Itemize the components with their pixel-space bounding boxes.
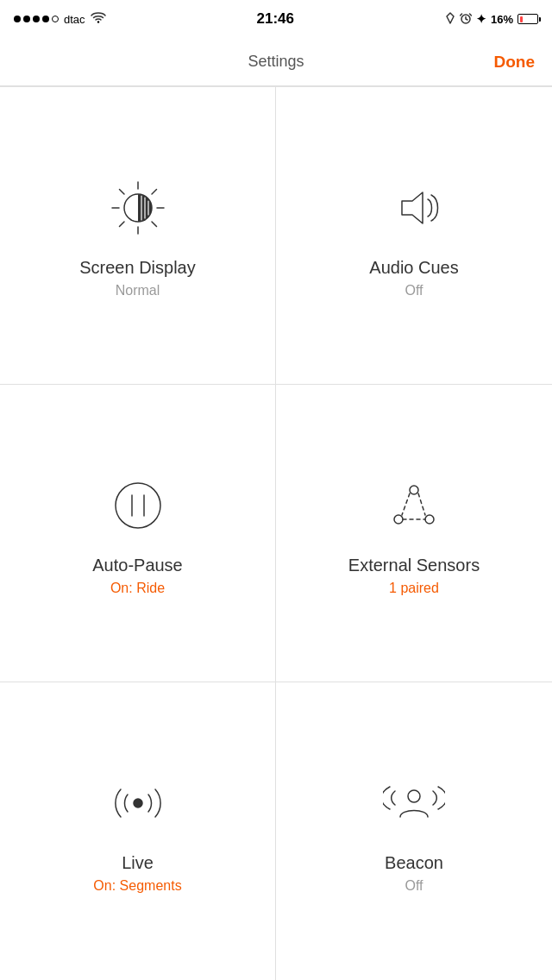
svg-point-24 (134, 799, 142, 807)
auto-pause-value: On: Ride (110, 581, 165, 596)
beacon-cell[interactable]: Beacon Off (276, 682, 552, 980)
beacon-icon (380, 769, 448, 838)
svg-marker-14 (402, 192, 423, 223)
settings-grid: Screen Display Normal Audio Cues Off Aut… (0, 86, 552, 980)
location-icon (445, 12, 455, 27)
svg-point-20 (425, 515, 434, 524)
external-sensors-icon (380, 471, 448, 540)
svg-line-9 (119, 222, 124, 227)
auto-pause-icon (104, 471, 172, 540)
svg-line-7 (152, 222, 157, 227)
svg-point-15 (116, 483, 160, 528)
external-sensors-label: External Sensors (348, 556, 480, 575)
svg-point-19 (394, 515, 403, 524)
bluetooth-icon: ✦ (476, 12, 486, 26)
screen-display-value: Normal (116, 283, 160, 298)
live-cell[interactable]: Live On: Segments (0, 682, 276, 980)
status-bar: dtac 21:46 ✦ 16% (0, 0, 552, 38)
screen-display-cell[interactable]: Screen Display Normal (0, 87, 276, 385)
audio-cues-cell[interactable]: Audio Cues Off (276, 87, 552, 385)
live-label: Live (122, 853, 154, 873)
svg-point-18 (410, 486, 418, 494)
nav-bar: Settings Done (0, 38, 552, 86)
live-value: On: Segments (93, 878, 181, 894)
beacon-value: Off (405, 878, 423, 894)
audio-cues-label: Audio Cues (369, 258, 458, 278)
auto-pause-label: Auto-Pause (92, 556, 183, 575)
svg-line-6 (119, 189, 124, 194)
battery-percent: 16% (491, 13, 513, 26)
clock: 21:46 (257, 10, 294, 28)
audio-cues-icon (380, 173, 448, 242)
done-button[interactable]: Done (494, 53, 536, 72)
page-title: Settings (248, 53, 304, 71)
beacon-label: Beacon (385, 853, 443, 873)
status-right: ✦ 16% (445, 12, 538, 27)
external-sensors-value: 1 paired (389, 581, 439, 596)
screen-display-label: Screen Display (79, 258, 196, 278)
signal-icon (14, 16, 59, 22)
svg-line-21 (402, 493, 410, 515)
svg-point-25 (408, 790, 420, 802)
carrier-label: dtac (64, 13, 85, 26)
auto-pause-cell[interactable]: Auto-Pause On: Ride (0, 385, 276, 682)
live-icon (104, 769, 172, 838)
external-sensors-cell[interactable]: External Sensors 1 paired (276, 385, 552, 682)
wifi-icon (91, 11, 106, 27)
battery-icon (518, 14, 538, 24)
svg-line-8 (152, 189, 157, 194)
status-left: dtac (14, 11, 106, 27)
svg-point-0 (97, 21, 98, 22)
svg-line-22 (418, 493, 425, 515)
audio-cues-value: Off (405, 283, 423, 298)
alarm-icon (460, 12, 472, 27)
screen-display-icon (104, 173, 172, 242)
